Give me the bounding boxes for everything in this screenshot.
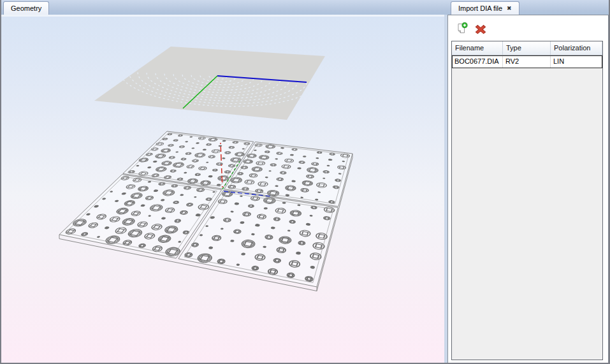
column-header-polarization[interactable]: Polarization <box>551 41 602 55</box>
tab-geometry[interactable]: Geometry <box>3 1 49 15</box>
table-header: Filename Type Polarization <box>452 41 602 55</box>
geometry-viewport[interactable] <box>1 15 444 363</box>
tab-bar: Geometry Import DIA file ✖ <box>1 0 609 15</box>
column-header-filename[interactable]: Filename <box>452 41 503 55</box>
tab-import-dia-file[interactable]: Import DIA file ✖ <box>451 1 519 15</box>
column-header-type[interactable]: Type <box>503 41 551 55</box>
scene-3d <box>1 17 444 363</box>
table-empty-area <box>452 68 602 360</box>
dia-toolbar <box>448 15 608 39</box>
cell-polarization: LIN <box>551 55 602 68</box>
new-file-icon <box>456 22 468 35</box>
add-file-button[interactable] <box>456 22 468 35</box>
delete-icon <box>474 22 487 35</box>
cell-filename: BOC0677.DIA <box>452 55 503 68</box>
application-window: Geometry Import DIA file ✖ <box>0 0 610 364</box>
main-area: Filename Type Polarization BOC0677.DIA R… <box>1 15 609 363</box>
tab-geometry-label: Geometry <box>11 4 41 12</box>
import-dia-panel: Filename Type Polarization BOC0677.DIA R… <box>447 15 609 363</box>
cell-type: RV2 <box>503 55 551 68</box>
tab-import-dia-label: Import DIA file <box>458 4 502 12</box>
table-row[interactable]: BOC0677.DIA RV2 LIN <box>452 55 602 68</box>
remove-file-button[interactable] <box>474 22 487 35</box>
tab-close-icon[interactable]: ✖ <box>507 6 512 11</box>
dia-file-table: Filename Type Polarization BOC0677.DIA R… <box>451 41 603 360</box>
